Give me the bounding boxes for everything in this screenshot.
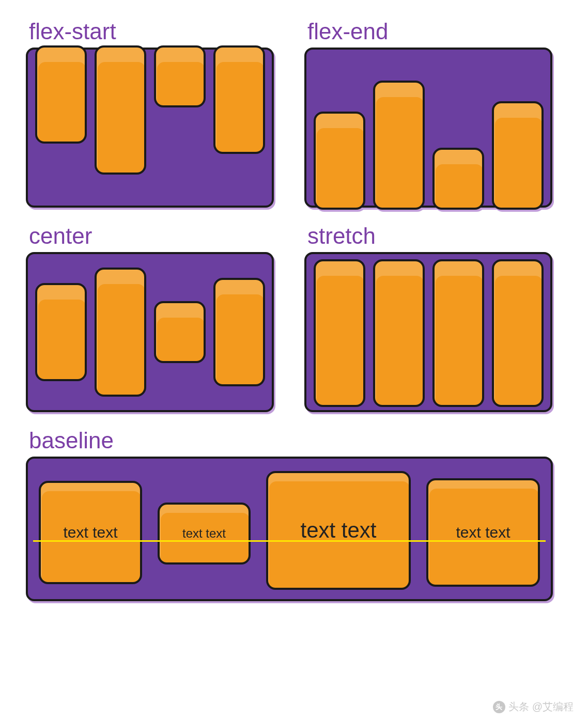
flex-item: [154, 45, 206, 107]
flex-item: [314, 112, 365, 210]
flex-start-cell: flex-start: [26, 19, 284, 208]
flex-start-container: [26, 48, 274, 208]
center-container: [26, 252, 274, 412]
baseline-item: text text: [39, 481, 142, 584]
flex-end-container: [304, 48, 552, 208]
flex-item: [373, 81, 425, 210]
flex-item: [432, 148, 484, 210]
baseline-container: text text text text text text text text: [26, 457, 553, 601]
flex-item: [492, 101, 544, 210]
flex-item: [432, 259, 484, 407]
flex-end-label: flex-end: [307, 19, 562, 44]
baseline-box: text text text text text text text text: [26, 457, 562, 601]
flex-item: [492, 259, 544, 407]
baseline-item: text text: [426, 478, 540, 587]
flex-start-label: flex-start: [29, 19, 284, 44]
flex-item: [213, 45, 265, 154]
flex-end-cell: flex-end: [304, 19, 562, 208]
baseline-cell: baseline text text text text text text t…: [26, 428, 562, 601]
flex-item: [95, 45, 146, 175]
flex-item: [314, 259, 365, 407]
stretch-cell: stretch: [304, 223, 562, 412]
flex-end-box: [304, 48, 562, 208]
diagram-grid: flex-start flex-end center: [26, 19, 562, 601]
baseline-item-text: text text: [182, 526, 226, 541]
flex-item: [35, 45, 87, 144]
flex-item: [95, 268, 146, 397]
flex-item: [373, 259, 425, 407]
baseline-label: baseline: [29, 428, 562, 453]
flex-item: [35, 283, 87, 381]
center-label: center: [29, 223, 284, 249]
baseline-item-text: text text: [63, 524, 117, 541]
center-box: [26, 252, 284, 412]
flex-item: [154, 301, 206, 363]
flex-start-box: [26, 48, 284, 208]
baseline-item: text text: [158, 503, 251, 565]
stretch-label: stretch: [307, 223, 562, 249]
center-cell: center: [26, 223, 284, 412]
stretch-container: [304, 252, 552, 412]
baseline-item: text text: [266, 471, 411, 590]
baseline-item-text: text text: [456, 524, 510, 541]
flex-item: [213, 278, 265, 386]
baseline-item-text: text text: [300, 518, 376, 543]
stretch-box: [304, 252, 562, 412]
baseline-rule: [33, 540, 546, 542]
